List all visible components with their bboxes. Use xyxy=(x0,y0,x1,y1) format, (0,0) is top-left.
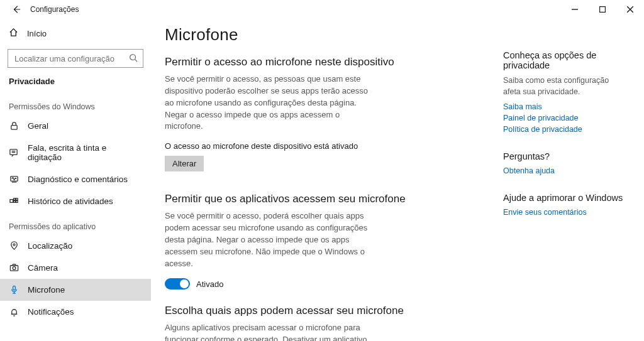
section2-title: Permitir que os aplicativos acessem seu … xyxy=(165,193,488,205)
sidebar-item-label: Fala, escrita à tinta e digitação xyxy=(28,143,142,162)
svg-point-10 xyxy=(13,244,15,246)
sidebar-item-label: Notificações xyxy=(28,307,74,317)
sidebar-item-activity-history[interactable]: Histórico de atividades xyxy=(0,190,151,212)
section3-desc: Alguns aplicativos precisam acessar o mi… xyxy=(165,322,379,341)
section1-title: Permitir o acesso ao microfone neste dis… xyxy=(165,56,488,68)
microphone-icon xyxy=(9,285,19,295)
right-title-3: Ajude a aprimorar o Windows xyxy=(503,193,633,203)
apps-access-toggle[interactable] xyxy=(165,278,190,290)
svg-rect-2 xyxy=(11,126,16,130)
sidebar-item-label: Diagnóstico e comentários xyxy=(28,175,128,184)
sidebar-item-label: Câmera xyxy=(28,263,58,273)
right-block-questions: Perguntas? Obtenha ajuda xyxy=(503,151,633,175)
link-learn-more[interactable]: Saiba mais xyxy=(503,102,633,111)
sidebar-item-speech[interactable]: Fala, escrita à tinta e digitação xyxy=(0,137,151,168)
search-icon xyxy=(129,53,138,64)
sidebar-item-camera[interactable]: Câmera xyxy=(0,257,151,279)
right-title-2: Perguntas? xyxy=(503,151,633,161)
svg-rect-5 xyxy=(9,200,13,203)
minimize-button[interactable] xyxy=(561,0,589,19)
sidebar-item-diagnostics[interactable]: Diagnóstico e comentários xyxy=(0,168,151,190)
sidebar-item-notifications[interactable]: Notificações xyxy=(0,301,151,323)
device-mic-status: O acesso ao microfone deste dispositivo … xyxy=(165,141,488,151)
body: Início Privacidade Permissões do Windows… xyxy=(0,19,644,341)
group-app-permissions: Permissões do aplicativo xyxy=(0,212,151,235)
svg-rect-13 xyxy=(13,286,15,290)
svg-rect-8 xyxy=(13,201,15,203)
svg-rect-7 xyxy=(16,198,18,200)
window-title: Configurações xyxy=(30,5,79,14)
link-privacy-dashboard[interactable]: Painel de privacidade xyxy=(503,114,633,122)
toggle-knob xyxy=(180,279,189,288)
page-title: Microfone xyxy=(165,25,488,45)
change-button[interactable]: Alterar xyxy=(165,156,204,171)
apps-access-toggle-label: Ativado xyxy=(196,279,223,289)
home-label: Início xyxy=(27,29,47,38)
search-box[interactable] xyxy=(8,49,143,68)
right-block-improve: Ajude a aprimorar o Windows Envie seus c… xyxy=(503,193,633,217)
sidebar-item-label: Histórico de atividades xyxy=(28,197,113,206)
section1-desc: Se você permitir o acesso, as pessoas qu… xyxy=(165,73,379,133)
sidebar-item-label: Localização xyxy=(28,241,72,251)
sidebar-item-general[interactable]: Geral xyxy=(0,115,151,137)
sidebar[interactable]: Início Privacidade Permissões do Windows… xyxy=(0,19,151,341)
svg-rect-6 xyxy=(13,198,15,200)
home-item[interactable]: Início xyxy=(0,23,151,44)
sidebar-item-location[interactable]: Localização xyxy=(0,235,151,257)
diagnostics-icon xyxy=(9,175,19,184)
sidebar-item-label: Geral xyxy=(28,121,48,131)
bell-icon xyxy=(9,307,19,317)
close-icon xyxy=(627,6,633,13)
maximize-button[interactable] xyxy=(589,0,616,19)
sidebar-item-microphone[interactable]: Microfone xyxy=(0,279,151,301)
back-button[interactable] xyxy=(8,5,25,14)
apps-access-toggle-row: Ativado xyxy=(165,278,488,290)
right-text-1: Saiba como esta configuração afeta sua p… xyxy=(503,75,623,97)
link-get-help[interactable]: Obtenha ajuda xyxy=(503,166,633,175)
home-icon xyxy=(9,28,18,39)
sidebar-item-label: Microfone xyxy=(28,285,65,295)
right-column: Conheça as opções de privacidade Saiba c… xyxy=(503,19,641,341)
right-block-privacy-options: Conheça as opções de privacidade Saiba c… xyxy=(503,50,633,134)
section3-title: Escolha quais apps podem acessar seu mic… xyxy=(165,305,488,317)
link-give-feedback[interactable]: Envie seus comentários xyxy=(503,208,633,217)
svg-rect-0 xyxy=(600,7,606,13)
camera-icon xyxy=(9,263,19,273)
maximize-icon xyxy=(599,6,606,13)
location-icon xyxy=(9,241,19,251)
svg-point-12 xyxy=(13,267,16,270)
titlebar: Configurações xyxy=(0,0,644,19)
svg-rect-9 xyxy=(16,201,18,203)
settings-window: Configurações Início xyxy=(0,0,644,341)
lock-icon xyxy=(9,121,19,131)
section2-desc: Se você permitir o acesso, poderá escolh… xyxy=(165,210,379,269)
group-windows-permissions: Permissões do Windows xyxy=(0,92,151,115)
minimize-icon xyxy=(572,6,578,13)
privacy-heading: Privacidade xyxy=(0,74,151,92)
speech-icon xyxy=(9,148,19,158)
search-input[interactable] xyxy=(13,53,126,64)
arrow-left-icon xyxy=(12,5,21,14)
link-privacy-policy[interactable]: Política de privacidade xyxy=(503,125,633,134)
history-icon xyxy=(9,197,19,206)
main-content[interactable]: Microfone Permitir o acesso ao microfone… xyxy=(151,19,503,341)
svg-point-1 xyxy=(130,54,136,60)
content-wrap: Microfone Permitir o acesso ao microfone… xyxy=(151,19,644,341)
close-button[interactable] xyxy=(616,0,644,19)
right-title-1: Conheça as opções de privacidade xyxy=(503,50,633,70)
